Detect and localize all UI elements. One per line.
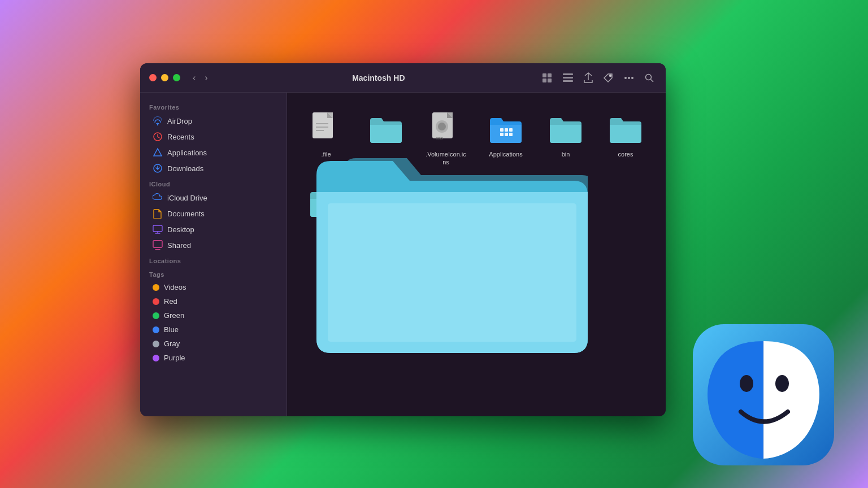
sidebar-item-shared[interactable]: Shared bbox=[144, 237, 283, 253]
svg-rect-17 bbox=[153, 241, 162, 247]
sidebar-tag-purple-label: Purple bbox=[164, 354, 185, 362]
sidebar-applications-label: Applications bbox=[167, 149, 207, 157]
title-bar: ‹ › Macintosh HD bbox=[140, 63, 666, 93]
toolbar-icons bbox=[539, 70, 657, 86]
documents-icon bbox=[153, 208, 163, 219]
sidebar-tag-green-label: Green bbox=[164, 311, 184, 320]
svg-rect-16 bbox=[153, 225, 162, 232]
downloads-icon bbox=[153, 163, 163, 173]
sidebar-item-recents[interactable]: Recents bbox=[144, 129, 283, 145]
blue-tag-dot bbox=[153, 326, 159, 333]
cores-icon bbox=[607, 111, 644, 147]
sidebar-tag-gray-label: Gray bbox=[164, 339, 180, 348]
nav-buttons: ‹ › bbox=[189, 71, 211, 85]
videos-tag-dot bbox=[153, 284, 159, 291]
share-button[interactable] bbox=[581, 70, 596, 86]
green-tag-dot bbox=[153, 312, 159, 319]
icloud-drive-icon bbox=[153, 193, 163, 203]
maximize-button[interactable] bbox=[173, 74, 180, 81]
finder-app-icon bbox=[693, 324, 834, 465]
list-view-button[interactable] bbox=[559, 70, 576, 86]
more-button[interactable] bbox=[620, 70, 637, 86]
sidebar-airdrop-label: AirDrop bbox=[167, 117, 192, 125]
svg-rect-5 bbox=[563, 77, 573, 79]
purple-tag-dot bbox=[153, 355, 159, 361]
svg-rect-1 bbox=[548, 73, 552, 77]
svg-point-7 bbox=[610, 75, 611, 76]
svg-point-34 bbox=[740, 375, 753, 392]
sidebar-documents-label: Documents bbox=[167, 210, 205, 218]
sidebar-desktop-label: Desktop bbox=[167, 225, 194, 234]
svg-rect-2 bbox=[542, 79, 546, 82]
sidebar-item-documents[interactable]: Documents bbox=[144, 206, 283, 221]
svg-point-35 bbox=[775, 375, 789, 392]
file-item-cores[interactable]: cores bbox=[600, 106, 651, 171]
red-tag-dot bbox=[153, 298, 159, 305]
airdrop-icon bbox=[153, 116, 163, 126]
minimize-button[interactable] bbox=[161, 74, 168, 81]
shared-icon bbox=[153, 240, 163, 250]
applications-icon bbox=[153, 147, 163, 158]
sidebar-item-applications[interactable]: Applications bbox=[144, 145, 283, 160]
svg-line-12 bbox=[651, 79, 654, 82]
tags-section-label: Tags bbox=[140, 267, 287, 280]
svg-point-13 bbox=[157, 124, 158, 125]
svg-point-11 bbox=[646, 74, 652, 80]
svg-rect-3 bbox=[548, 79, 552, 82]
floating-folder bbox=[316, 130, 588, 358]
sidebar-downloads-label: Downloads bbox=[167, 164, 203, 173]
sidebar-item-airdrop[interactable]: AirDrop bbox=[144, 113, 283, 129]
svg-point-8 bbox=[624, 77, 627, 79]
favorites-section-label: Favorites bbox=[140, 99, 287, 113]
svg-rect-6 bbox=[563, 80, 573, 82]
close-button[interactable] bbox=[149, 74, 157, 81]
svg-rect-4 bbox=[563, 73, 573, 75]
sidebar-tag-blue[interactable]: Blue bbox=[144, 323, 283, 337]
icon-view-button[interactable] bbox=[539, 70, 555, 86]
desktop-icon bbox=[153, 224, 163, 234]
forward-button[interactable]: › bbox=[201, 71, 211, 85]
locations-section-label: Locations bbox=[140, 253, 287, 267]
svg-rect-32 bbox=[328, 203, 576, 342]
svg-rect-24 bbox=[438, 123, 446, 130]
sidebar-tag-purple[interactable]: Purple bbox=[144, 351, 283, 365]
sidebar-tag-red-label: Red bbox=[164, 297, 177, 306]
sidebar-item-icloud-drive[interactable]: iCloud Drive bbox=[144, 190, 283, 206]
gray-tag-dot bbox=[153, 341, 159, 347]
sidebar: Favorites AirDrop bbox=[140, 93, 287, 416]
svg-point-10 bbox=[631, 77, 633, 79]
sidebar-tag-red[interactable]: Red bbox=[144, 294, 283, 308]
svg-rect-0 bbox=[542, 73, 546, 77]
traffic-lights bbox=[149, 74, 180, 81]
icloud-section-label: iCloud bbox=[140, 176, 287, 190]
tag-button[interactable] bbox=[600, 70, 616, 86]
sidebar-icloud-drive-label: iCloud Drive bbox=[167, 194, 207, 202]
sidebar-tag-gray[interactable]: Gray bbox=[144, 337, 283, 351]
recents-icon bbox=[153, 132, 163, 142]
sidebar-recents-label: Recents bbox=[167, 133, 194, 141]
sidebar-tag-blue-label: Blue bbox=[164, 325, 179, 334]
sidebar-shared-label: Shared bbox=[167, 241, 191, 250]
cores-folder-label: cores bbox=[618, 150, 633, 158]
sidebar-tag-green[interactable]: Green bbox=[144, 308, 283, 323]
back-button[interactable]: ‹ bbox=[189, 71, 199, 85]
sidebar-tag-videos-label: Videos bbox=[164, 283, 186, 291]
window-title: Macintosh HD bbox=[218, 73, 539, 82]
search-button[interactable] bbox=[642, 71, 657, 85]
sidebar-tag-videos[interactable]: Videos bbox=[144, 280, 283, 294]
svg-point-9 bbox=[628, 77, 630, 79]
sidebar-item-desktop[interactable]: Desktop bbox=[144, 221, 283, 237]
sidebar-item-downloads[interactable]: Downloads bbox=[144, 160, 283, 176]
